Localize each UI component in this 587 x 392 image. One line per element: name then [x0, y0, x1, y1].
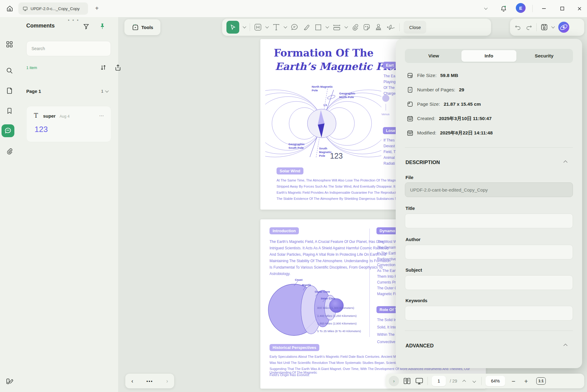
- chevron-down-icon[interactable]: [243, 25, 246, 28]
- measure-tool-icon[interactable]: [332, 23, 341, 31]
- measurement-label: 1,800 Miles (2,900 Kilometers): [317, 322, 357, 325]
- actual-size-button[interactable]: 1:1: [536, 377, 546, 385]
- zoom-level-box[interactable]: 64%: [486, 376, 505, 386]
- undo-icon[interactable]: [514, 24, 522, 31]
- subject-input[interactable]: [405, 276, 573, 290]
- redo-icon[interactable]: [525, 24, 533, 31]
- doc-text-line: Was Not Until The Scientific Revolution …: [270, 361, 414, 365]
- author-input[interactable]: [405, 245, 573, 259]
- bell-icon: [500, 5, 507, 12]
- doc-text-line: The Outer C: [377, 286, 397, 290]
- collapse-advanced-button[interactable]: [563, 344, 567, 348]
- page-total: / 29: [450, 379, 457, 383]
- attach-tool-icon[interactable]: [351, 24, 359, 31]
- comment-menu-button[interactable]: ...: [99, 112, 104, 117]
- comments-search: [26, 41, 111, 56]
- nav-more-button[interactable]: •••: [146, 379, 153, 384]
- chevron-down-icon[interactable]: [284, 25, 287, 28]
- doc-text-line: Field, T: [383, 150, 396, 154]
- keywords-field-label: Keywords: [405, 298, 427, 303]
- page-number-input[interactable]: [432, 376, 446, 386]
- grid-icon: [6, 41, 13, 48]
- notifications-button[interactable]: [498, 3, 509, 14]
- next-page-button[interactable]: [473, 379, 476, 383]
- minimize-button[interactable]: [538, 3, 549, 14]
- chevron-down-icon[interactable]: [265, 25, 269, 28]
- close-window-button[interactable]: [574, 3, 585, 14]
- comment-date: Aug 4: [60, 114, 70, 119]
- comment-card[interactable]: T super Aug 4 ... 123: [26, 106, 111, 142]
- comments-panel: • • • Comments 1 item Page 1 1 T super A…: [19, 17, 119, 392]
- avatar[interactable]: E: [516, 3, 526, 13]
- filter-comments-button[interactable]: [81, 21, 91, 32]
- comment-tool-icon[interactable]: [291, 23, 299, 31]
- comment-author: super: [43, 113, 56, 119]
- title-input[interactable]: [405, 214, 573, 228]
- subject-field-label: Subject: [405, 267, 422, 273]
- page-size-row: Page Size: 21.87 x 15.45 cm: [407, 100, 572, 109]
- sidebar-item-search[interactable]: [5, 66, 14, 75]
- zoom-in-button[interactable]: +: [524, 378, 528, 384]
- panel-drag-handle[interactable]: • • •: [64, 18, 83, 23]
- tab-view[interactable]: View: [406, 50, 461, 62]
- search-input[interactable]: [27, 41, 111, 56]
- titlebar-chevron-button[interactable]: [480, 3, 491, 14]
- sidebar-item-swatches[interactable]: [5, 376, 14, 385]
- expand-panel-button[interactable]: ›: [389, 376, 399, 386]
- chevron-down-icon[interactable]: [344, 25, 348, 28]
- tab-security[interactable]: Security: [516, 50, 572, 62]
- close-editor-button[interactable]: Close: [404, 21, 426, 34]
- presentation-mode-icon[interactable]: [415, 377, 424, 385]
- row-value: 2025年8月22日 14:11:48: [440, 130, 493, 136]
- comment-text: 123: [35, 125, 48, 134]
- label-inner-core: Inner Core: [321, 297, 336, 300]
- chevron-down-icon[interactable]: [325, 25, 329, 28]
- text-comment-annotation[interactable]: 123: [330, 152, 343, 160]
- two-page-view-icon[interactable]: [403, 377, 411, 385]
- keywords-input[interactable]: [405, 306, 573, 320]
- document-tab[interactable]: UPDF-2.0-c..._Copy_Copy: [18, 2, 88, 15]
- save-icon[interactable]: [540, 23, 548, 31]
- row-value: 21.87 x 15.45 cm: [444, 101, 481, 107]
- signature-tool-icon[interactable]: [386, 23, 395, 31]
- page-number-box: [432, 376, 446, 386]
- select-tool-button[interactable]: [226, 21, 239, 34]
- title-field-label: Title: [405, 206, 415, 211]
- tab-info[interactable]: Info: [461, 50, 517, 62]
- stamp-tool-icon[interactable]: [375, 23, 382, 31]
- maximize-button[interactable]: [557, 3, 568, 14]
- export-comments-button[interactable]: [113, 62, 123, 73]
- new-tab-button[interactable]: +: [92, 3, 102, 13]
- file-name-input: [405, 183, 573, 197]
- calendar-icon: [407, 130, 413, 136]
- header-tool-icon[interactable]: [254, 23, 262, 31]
- tools-button[interactable]: Tools: [124, 19, 160, 35]
- highlighter-tool-icon[interactable]: [303, 23, 310, 31]
- text-tool-icon[interactable]: [272, 23, 280, 31]
- shape-tool-icon[interactable]: [314, 24, 322, 31]
- info-panel: View Info Security File Size: 59.8 MB 2 …: [396, 39, 582, 368]
- sidebar-item-bookmarks[interactable]: [5, 106, 14, 115]
- nav-back-button[interactable]: ‹: [131, 378, 133, 384]
- file-field-label: File: [405, 175, 413, 180]
- page-group-collapse[interactable]: 1: [101, 89, 108, 93]
- collapse-description-button[interactable]: [563, 160, 567, 164]
- calendar-icon: [407, 115, 413, 122]
- previous-page-button[interactable]: [463, 380, 466, 383]
- doc-text-line: In The Earth: [377, 251, 397, 255]
- sidebar-item-comments-active[interactable]: [2, 124, 14, 137]
- ai-assistant-button[interactable]: [558, 21, 570, 33]
- nav-forward-button[interactable]: ›: [166, 378, 168, 384]
- sidebar-item-pages[interactable]: [5, 86, 14, 95]
- measurement-label: 800 Miles (1,300 Kilometers): [317, 306, 354, 310]
- sticker-tool-icon[interactable]: [363, 23, 371, 31]
- row-label: Created:: [417, 116, 435, 121]
- home-button[interactable]: [4, 3, 15, 14]
- doc-text-line: Magnetic Fie: [377, 292, 398, 296]
- sidebar-item-attachments[interactable]: [5, 147, 14, 156]
- sidebar-item-thumbnails[interactable]: [5, 40, 14, 49]
- pin-panel-button[interactable]: [97, 21, 108, 32]
- chevron-down-icon[interactable]: [551, 25, 555, 28]
- zoom-out-button[interactable]: −: [512, 378, 515, 384]
- sort-comments-button[interactable]: [98, 62, 108, 73]
